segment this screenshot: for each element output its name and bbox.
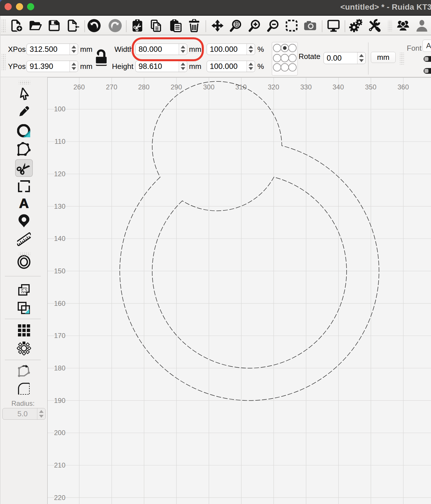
svg-text:A: A — [19, 196, 29, 210]
